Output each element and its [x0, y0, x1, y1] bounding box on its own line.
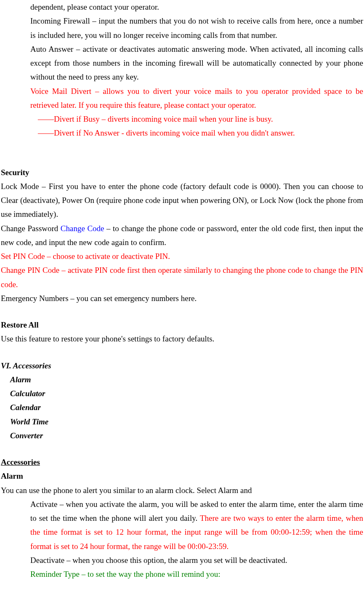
paragraph-divert-busy: ——Divert if Busy – diverts incoming voic…: [1, 112, 363, 126]
list-item-converter: Converter: [1, 429, 363, 442]
paragraph-emergency: Emergency Numbers – you can set emergenc…: [1, 291, 363, 305]
heading-security: Security: [1, 165, 363, 179]
paragraph-deactivate: Deactivate – when you choose this option…: [1, 553, 363, 567]
text-change-password-1: Change Password: [1, 224, 61, 233]
text-change-code: Change Code: [61, 224, 104, 233]
list-item-alarm: Alarm: [1, 373, 363, 386]
paragraph-auto-answer: Auto Answer – activate or deactivates au…: [1, 42, 363, 84]
paragraph-reminder-type: Reminder Type – to set the way the phone…: [1, 567, 363, 581]
paragraph-alarm-intro: You can use the phone to alert you simil…: [1, 483, 363, 497]
list-item-calculator: Calculator: [1, 386, 363, 400]
paragraph-incoming-firewall: Incoming Firewall – input the numbers th…: [1, 14, 363, 42]
list-item-world-time: World Time: [1, 415, 363, 429]
heading-vi-accessories: VI. Accessories: [1, 359, 363, 373]
paragraph-lock-mode: Lock Mode – First you have to enter the …: [1, 179, 363, 221]
heading-accessories-section: Accessories: [1, 455, 363, 469]
paragraph-dependent: dependent, please contact your operator.: [1, 0, 363, 14]
paragraph-voice-mail-divert: Voice Mail Divert – allows you to divert…: [1, 84, 363, 112]
heading-alarm: Alarm: [1, 469, 363, 483]
paragraph-restore-text: Use this feature to restore your phone's…: [1, 332, 363, 346]
paragraph-change-password: Change Password Change Code – to change …: [1, 221, 363, 250]
paragraph-activate: Activate – when you activate the alarm, …: [1, 497, 363, 553]
heading-restore-all: Restore All: [1, 318, 363, 332]
list-item-calendar: Calendar: [1, 400, 363, 414]
paragraph-change-pin: Change PIN Code – activate PIN code firs…: [1, 263, 363, 291]
paragraph-set-pin: Set PIN Code – choose to activate or dea…: [1, 249, 363, 263]
paragraph-divert-no-answer: ——Divert if No Answer - diverts incoming…: [1, 126, 363, 140]
